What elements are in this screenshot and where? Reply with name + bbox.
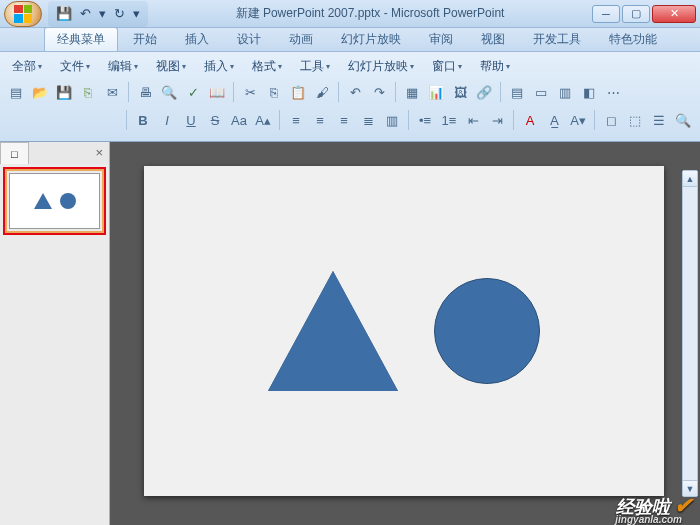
justify-icon[interactable]: ≣: [358, 110, 378, 130]
slide-from-icon[interactable]: ▤: [507, 82, 527, 102]
ribbon: 全部▾ 文件▾ 编辑▾ 视图▾ 插入▾ 格式▾ 工具▾ 幻灯片放映▾ 窗口▾ 帮…: [0, 52, 700, 142]
redo-icon[interactable]: ↷: [369, 82, 389, 102]
tab-view[interactable]: 视图: [468, 27, 518, 51]
align-left-icon[interactable]: ≡: [286, 110, 306, 130]
menu-window[interactable]: 窗口▾: [432, 58, 462, 75]
ribbon-tabs: 经典菜单 开始 插入 设计 动画 幻灯片放映 审阅 视图 开发工具 特色功能: [0, 28, 700, 52]
font-grow-icon[interactable]: A▴: [253, 110, 273, 130]
spell-icon[interactable]: ✓: [183, 82, 203, 102]
find-icon[interactable]: 🔍: [673, 110, 693, 130]
arrange-icon[interactable]: ⬚: [625, 110, 645, 130]
workspace: □ × 1 ▲ ▼ 经验啦 ✔: [0, 142, 700, 525]
highlight-icon[interactable]: A̲: [544, 110, 564, 130]
titlebar: 💾 ↶ ▾ ↻ ▾ 新建 PowerPoint 2007.pptx - Micr…: [0, 0, 700, 28]
align-center-icon[interactable]: ≡: [310, 110, 330, 130]
watermark: 经验啦 ✔ jingyanla.com: [616, 493, 692, 519]
table-icon[interactable]: ▦: [402, 82, 422, 102]
columns-icon[interactable]: ▥: [382, 110, 402, 130]
tab-home[interactable]: 开始: [120, 27, 170, 51]
change-case-button[interactable]: Aa: [229, 110, 249, 130]
quick-style-icon[interactable]: ☰: [649, 110, 669, 130]
menu-all[interactable]: 全部▾: [12, 58, 42, 75]
open-icon[interactable]: 📂: [30, 82, 50, 102]
undo-icon[interactable]: ↶: [345, 82, 365, 102]
bullets-icon[interactable]: •≡: [415, 110, 435, 130]
slide-thumbnail-1[interactable]: [9, 173, 100, 229]
strike-button[interactable]: S: [205, 110, 225, 130]
annotation-highlight: 1: [3, 167, 106, 235]
indent-inc-icon[interactable]: ⇥: [487, 110, 507, 130]
copy-icon[interactable]: ⎘: [264, 82, 284, 102]
tab-review[interactable]: 审阅: [416, 27, 466, 51]
saveall-icon[interactable]: ⎘: [78, 82, 98, 102]
more-icon[interactable]: ⋯: [603, 82, 623, 102]
menu-slideshow[interactable]: 幻灯片放映▾: [348, 58, 414, 75]
menu-file[interactable]: 文件▾: [60, 58, 90, 75]
print-icon[interactable]: 🖶: [135, 82, 155, 102]
research-icon[interactable]: 📖: [207, 82, 227, 102]
triangle-shape[interactable]: [268, 271, 398, 391]
layout-icon[interactable]: ▥: [555, 82, 575, 102]
slide-panel: □ × 1: [0, 142, 110, 525]
menu-format[interactable]: 格式▾: [252, 58, 282, 75]
undo-more-icon[interactable]: ▾: [99, 6, 106, 21]
picture-icon[interactable]: 🖼: [450, 82, 470, 102]
redo-icon[interactable]: ↻: [114, 6, 125, 21]
tab-design[interactable]: 设计: [224, 27, 274, 51]
mini-triangle-icon: [34, 193, 52, 209]
save-icon[interactable]: 💾: [54, 82, 74, 102]
close-button[interactable]: ✕: [652, 5, 696, 23]
maximize-button[interactable]: ▢: [622, 5, 650, 23]
circle-shape[interactable]: [434, 278, 540, 384]
menu-insert[interactable]: 插入▾: [204, 58, 234, 75]
align-right-icon[interactable]: ≡: [334, 110, 354, 130]
chart-icon[interactable]: 📊: [426, 82, 446, 102]
mail-icon[interactable]: ✉: [102, 82, 122, 102]
tab-slideshow[interactable]: 幻灯片放映: [328, 27, 414, 51]
menu-help[interactable]: 帮助▾: [480, 58, 510, 75]
close-panel-icon[interactable]: ×: [95, 145, 103, 160]
font-color-icon[interactable]: A: [520, 110, 540, 130]
indent-dec-icon[interactable]: ⇤: [463, 110, 483, 130]
bold-button[interactable]: B: [133, 110, 153, 130]
italic-button[interactable]: I: [157, 110, 177, 130]
format-painter-icon[interactable]: 🖌: [312, 82, 332, 102]
link-icon[interactable]: 🔗: [474, 82, 494, 102]
menu-view[interactable]: 视图▾: [156, 58, 186, 75]
design-icon[interactable]: ◧: [579, 82, 599, 102]
tab-developer[interactable]: 开发工具: [520, 27, 594, 51]
preview-icon[interactable]: 🔍: [159, 82, 179, 102]
watermark-url: jingyanla.com: [615, 514, 682, 525]
minimize-button[interactable]: ─: [592, 5, 620, 23]
font-shrink-icon[interactable]: A▾: [568, 110, 588, 130]
slide-canvas-area: ▲ ▼ 经验啦 ✔ jingyanla.com: [110, 142, 700, 525]
qat-customize-icon[interactable]: ▾: [133, 6, 140, 21]
menu-edit[interactable]: 编辑▾: [108, 58, 138, 75]
underline-button[interactable]: U: [181, 110, 201, 130]
new-icon[interactable]: ▤: [6, 82, 26, 102]
mini-circle-icon: [60, 193, 76, 209]
slide-number: 1: [0, 175, 1, 186]
new-slide-icon[interactable]: ▭: [531, 82, 551, 102]
shapes-icon[interactable]: ◻: [601, 110, 621, 130]
tab-classic-menu[interactable]: 经典菜单: [44, 27, 118, 51]
tab-animation[interactable]: 动画: [276, 27, 326, 51]
tab-special[interactable]: 特色功能: [596, 27, 670, 51]
numbering-icon[interactable]: 1≡: [439, 110, 459, 130]
vertical-scrollbar[interactable]: ▲ ▼: [682, 170, 698, 497]
scroll-up-icon[interactable]: ▲: [683, 171, 697, 187]
cut-icon[interactable]: ✂: [240, 82, 260, 102]
slide-canvas[interactable]: [144, 166, 664, 496]
quick-access-toolbar: 💾 ↶ ▾ ↻ ▾: [48, 1, 148, 27]
tab-insert[interactable]: 插入: [172, 27, 222, 51]
menu-tools[interactable]: 工具▾: [300, 58, 330, 75]
office-button[interactable]: [4, 1, 42, 27]
window-title: 新建 PowerPoint 2007.pptx - Microsoft Powe…: [148, 5, 592, 22]
save-icon[interactable]: 💾: [56, 6, 72, 21]
paste-icon[interactable]: 📋: [288, 82, 308, 102]
thumbnails-tab[interactable]: □: [0, 142, 29, 164]
undo-icon[interactable]: ↶: [80, 6, 91, 21]
